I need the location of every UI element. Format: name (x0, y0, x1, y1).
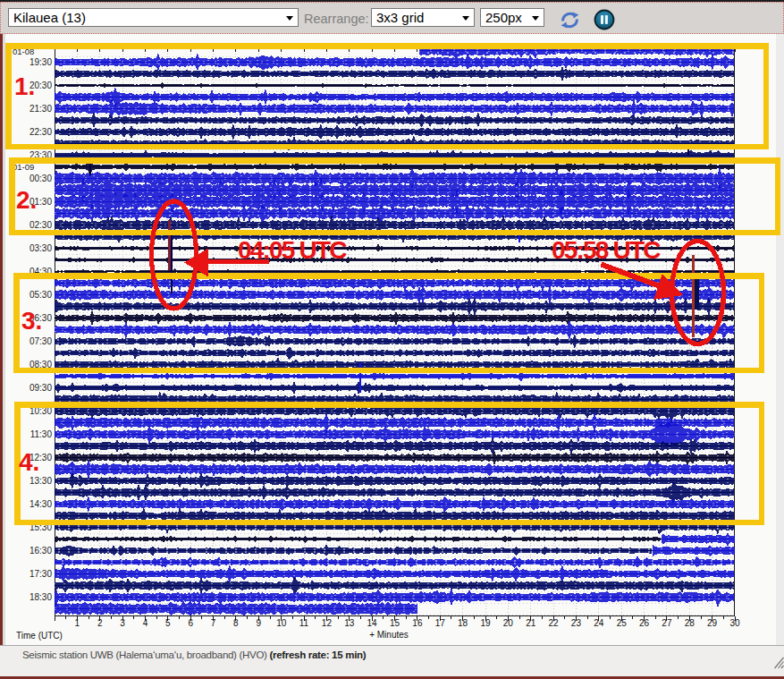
svg-text:19:30: 19:30 (30, 57, 52, 67)
svg-text:27: 27 (662, 618, 672, 628)
svg-text:21: 21 (526, 618, 536, 628)
svg-text:13:30: 13:30 (30, 476, 52, 486)
svg-text:Time (UTC): Time (UTC) (16, 631, 63, 641)
svg-text:2: 2 (97, 618, 103, 628)
svg-text:15: 15 (390, 618, 400, 628)
svg-text:29: 29 (707, 618, 718, 628)
svg-text:24: 24 (594, 618, 604, 628)
svg-text:7: 7 (211, 618, 216, 628)
svg-text:10:30: 10:30 (30, 406, 52, 416)
svg-text:26: 26 (639, 618, 650, 628)
svg-text:28: 28 (685, 618, 695, 628)
svg-text:14: 14 (367, 618, 378, 628)
svg-text:4: 4 (143, 618, 148, 628)
svg-text:05:30: 05:30 (30, 290, 52, 300)
svg-text:1: 1 (75, 618, 80, 628)
svg-text:25: 25 (617, 618, 628, 628)
svg-text:4.: 4. (19, 448, 39, 476)
svg-text:05:58 UTC: 05:58 UTC (552, 236, 661, 264)
svg-text:11: 11 (299, 618, 309, 628)
svg-text:02:30: 02:30 (30, 220, 52, 230)
svg-text:11:30: 11:30 (30, 429, 53, 439)
svg-text:23: 23 (571, 618, 582, 628)
svg-text:+ Minutes: + Minutes (369, 630, 409, 640)
svg-text:30: 30 (729, 618, 740, 628)
svg-text:2.: 2. (16, 186, 37, 214)
svg-text:10: 10 (276, 618, 287, 628)
svg-text:1.: 1. (14, 72, 35, 100)
svg-text:16:30: 16:30 (30, 546, 52, 556)
svg-text:8: 8 (233, 618, 239, 628)
svg-text:20: 20 (503, 618, 514, 628)
svg-text:14:30: 14:30 (30, 499, 52, 509)
svg-text:17: 17 (435, 618, 446, 628)
svg-text:9: 9 (257, 618, 262, 628)
svg-text:22: 22 (549, 618, 560, 628)
svg-text:3: 3 (120, 618, 125, 628)
svg-text:18:30: 18:30 (30, 592, 52, 602)
svg-text:22:30: 22:30 (30, 127, 52, 137)
svg-text:19: 19 (480, 618, 491, 628)
svg-text:09:30: 09:30 (30, 383, 52, 393)
svg-text:03:30: 03:30 (30, 243, 52, 253)
svg-text:00:30: 00:30 (30, 174, 52, 183)
svg-text:3.: 3. (21, 307, 42, 335)
svg-text:16: 16 (412, 618, 423, 628)
svg-text:5: 5 (165, 618, 171, 628)
svg-text:6: 6 (188, 618, 193, 628)
svg-text:01-09: 01-09 (13, 162, 34, 172)
svg-text:07:30: 07:30 (30, 336, 52, 346)
svg-text:21:30: 21:30 (30, 104, 52, 114)
svg-text:13: 13 (344, 618, 355, 628)
svg-text:12: 12 (322, 618, 333, 628)
svg-text:18: 18 (458, 618, 468, 628)
svg-text:17:30: 17:30 (30, 569, 52, 579)
